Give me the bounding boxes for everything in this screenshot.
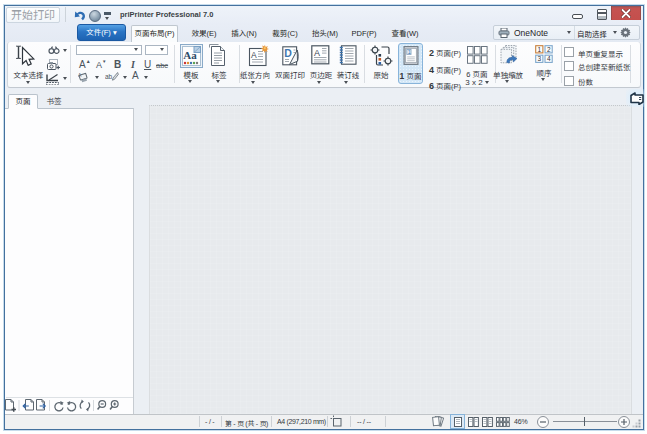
svg-text:3: 3 [538, 55, 542, 62]
svg-text:A: A [314, 48, 320, 58]
svg-text:ab: ab [105, 73, 113, 80]
svg-text:Aa: Aa [183, 49, 197, 61]
svg-text:4: 4 [547, 55, 551, 62]
svg-text:2: 2 [547, 46, 551, 53]
svg-text:1: 1 [408, 49, 411, 55]
svg-text:1: 1 [538, 46, 542, 53]
svg-text:D: D [284, 47, 292, 59]
svg-text:A: A [251, 50, 257, 60]
